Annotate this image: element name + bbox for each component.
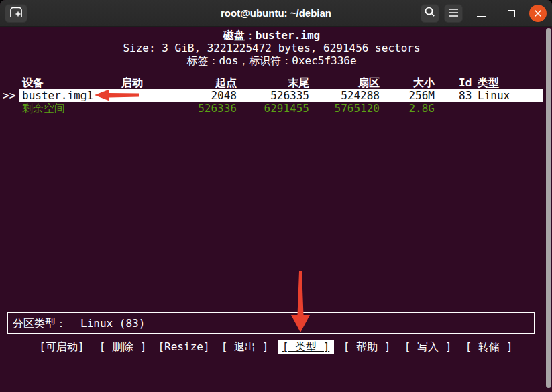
menu-button-resize[interactable]: [Resize] (156, 340, 212, 354)
cell-type: Linux (478, 89, 510, 102)
menu-button-bootable[interactable]: [可启动] (34, 340, 90, 354)
titlebar: root@ubuntu: ~/debian (0, 0, 552, 27)
disk-size-line: Size: 3 GiB, 3221225472 bytes, 6291456 s… (0, 42, 543, 54)
disk-label-line: 标签：dos，标识符：0xec5f336e (0, 54, 543, 67)
col-header-end: 末尾 (242, 76, 309, 89)
cell-size: 256M (368, 89, 435, 102)
window-title: root@ubuntu: ~/debian (0, 0, 552, 27)
cell-start: 2048 (170, 89, 237, 102)
col-header-boot: 启动 (121, 76, 143, 89)
partition-type-label: 分区类型： (13, 317, 66, 330)
col-header-size: 大小 (368, 76, 435, 89)
cell-device: 剩余空间 (22, 102, 65, 115)
cell-end: 6291455 (242, 102, 309, 115)
scrollbar[interactable] (546, 28, 551, 388)
menu-button[interactable] (444, 4, 463, 23)
disk-title: 磁盘：buster.img (0, 29, 543, 42)
cell-id: 83 (459, 89, 472, 102)
close-button[interactable] (529, 5, 547, 22)
menu-button-delete[interactable]: [ 删除 ] (95, 340, 151, 354)
menu-button-type[interactable]: [ 类型 ] (278, 340, 334, 354)
hamburger-icon (448, 7, 459, 20)
cell-start: 526336 (170, 102, 237, 115)
close-icon (534, 7, 542, 20)
col-header-start: 起点 (170, 76, 237, 89)
partition-type-info-box: 分区类型： Linux (83) (7, 312, 535, 334)
minimize-icon (477, 16, 486, 17)
cell-device: buster.img1 (22, 89, 93, 102)
col-header-id: Id (459, 76, 472, 89)
cell-size: 2.8G (368, 102, 435, 115)
col-header-type: 类型 (478, 76, 499, 89)
cell-end: 526335 (242, 89, 309, 102)
partition-type-value: Linux (83) (80, 317, 145, 330)
menu-button-quit[interactable]: [ 退出 ] (217, 340, 273, 354)
terminal-content[interactable]: 磁盘：buster.img Size: 3 GiB, 3221225472 by… (0, 27, 552, 392)
maximize-icon (508, 10, 515, 17)
menu-button-help[interactable]: [ 帮助 ] (339, 340, 395, 354)
terminal-window: root@ubuntu: ~/debian (0, 0, 552, 392)
menu-button-write[interactable]: [ 写入 ] (400, 340, 456, 354)
minimize-button[interactable] (472, 4, 490, 23)
row-cursor: >> (3, 89, 15, 102)
col-header-device: 设备 (22, 76, 44, 89)
search-button[interactable] (421, 4, 439, 23)
menu-button-dump[interactable]: [ 转储 ] (461, 340, 517, 354)
maximize-button[interactable] (502, 4, 520, 23)
search-icon (424, 6, 436, 21)
